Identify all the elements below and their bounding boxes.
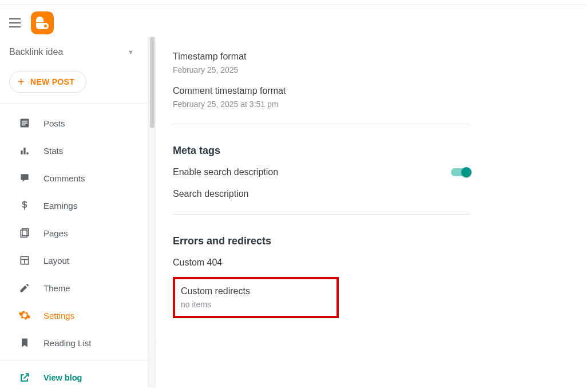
new-post-label: NEW POST <box>30 77 74 86</box>
svg-rect-5 <box>23 148 25 155</box>
sidebar-item-posts[interactable]: Posts <box>0 109 148 137</box>
section-divider <box>173 214 470 215</box>
blog-name: Backlink idea <box>9 47 63 57</box>
sidebar-item-label: Comments <box>43 173 85 183</box>
external-link-icon <box>18 371 31 384</box>
view-blog-label: View blog <box>43 373 82 382</box>
setting-value: February 25, 2025 <box>173 65 470 74</box>
setting-title: Enable search description <box>173 167 278 177</box>
section-heading-errors: Errors and redirects <box>173 224 586 252</box>
sidebar-item-pages[interactable]: Pages <box>0 219 148 247</box>
setting-title: Custom 404 <box>173 258 586 268</box>
sidebar-item-label: Stats <box>43 146 63 156</box>
annotation-arrow <box>156 311 176 357</box>
blogger-logo[interactable] <box>31 11 54 34</box>
scrollbar[interactable] <box>148 37 156 387</box>
svg-rect-3 <box>22 125 26 126</box>
setting-value: no items <box>181 300 331 309</box>
earnings-icon <box>18 199 31 212</box>
sidebar-item-stats[interactable]: Stats <box>0 137 148 164</box>
setting-title: Custom redirects <box>181 286 331 296</box>
setting-title: Comment timestamp format <box>173 86 470 96</box>
sidebar-item-earnings[interactable]: Earnings <box>0 192 148 219</box>
setting-enable-search-description[interactable]: Enable search description <box>173 161 470 183</box>
sidebar-item-label: Layout <box>43 256 69 266</box>
bookmark-icon <box>18 336 31 349</box>
view-blog-link[interactable]: View blog <box>0 364 148 391</box>
setting-custom-redirects[interactable]: Custom redirects no items <box>181 284 331 309</box>
nav-divider <box>0 360 148 361</box>
toggle-switch[interactable] <box>451 168 470 176</box>
section-heading-meta-tags: Meta tags <box>173 133 586 161</box>
svg-rect-6 <box>26 152 28 154</box>
svg-rect-2 <box>22 122 27 124</box>
pages-icon <box>18 227 31 239</box>
chevron-down-icon: ▼ <box>128 49 134 56</box>
setting-title: Timestamp format <box>173 52 470 62</box>
svg-rect-1 <box>22 121 27 122</box>
menu-icon[interactable] <box>9 16 23 30</box>
theme-icon <box>18 282 31 294</box>
sidebar-item-label: Pages <box>43 228 68 238</box>
setting-value: February 25, 2025 at 3:51 pm <box>173 100 470 109</box>
sidebar-item-label: Settings <box>43 311 74 320</box>
sidebar-item-label: Theme <box>43 283 70 293</box>
stats-icon <box>18 144 31 157</box>
setting-custom-404[interactable]: Custom 404 <box>173 252 586 274</box>
sidebar-item-layout[interactable]: Layout <box>0 247 148 274</box>
svg-rect-4 <box>21 151 22 155</box>
posts-icon <box>18 117 31 129</box>
sidebar-item-label: Posts <box>43 118 65 128</box>
sidebar-item-label: Earnings <box>43 201 77 211</box>
app-bar <box>0 5 586 41</box>
setting-comment-timestamp-format[interactable]: Comment timestamp format February 25, 20… <box>173 80 470 114</box>
setting-title: Search description <box>173 189 586 199</box>
sidebar: Backlink idea ▼ + NEW POST Posts Stats <box>0 37 148 387</box>
setting-timestamp-format[interactable]: Timestamp format February 25, 2025 <box>173 46 470 80</box>
blog-selector[interactable]: Backlink idea ▼ <box>0 41 148 63</box>
plus-icon: + <box>18 78 25 86</box>
sidebar-item-settings[interactable]: Settings <box>0 302 148 329</box>
setting-search-description[interactable]: Search description <box>173 183 586 205</box>
new-post-button[interactable]: + NEW POST <box>9 71 86 93</box>
section-divider <box>173 124 470 124</box>
sidebar-item-comments[interactable]: Comments <box>0 164 148 192</box>
gear-icon <box>18 309 31 322</box>
annotation-highlight: Custom redirects no items <box>173 277 339 318</box>
comments-icon <box>18 172 31 184</box>
sidebar-item-label: Reading List <box>43 338 91 348</box>
settings-content: Timestamp format February 25, 2025 Comme… <box>156 37 586 387</box>
sidebar-item-reading-list[interactable]: Reading List <box>0 329 148 357</box>
scrollbar-thumb[interactable] <box>150 37 155 128</box>
sidebar-item-theme[interactable]: Theme <box>0 274 148 302</box>
layout-icon <box>18 254 31 267</box>
nav: Posts Stats Comments Earnings <box>0 104 148 391</box>
